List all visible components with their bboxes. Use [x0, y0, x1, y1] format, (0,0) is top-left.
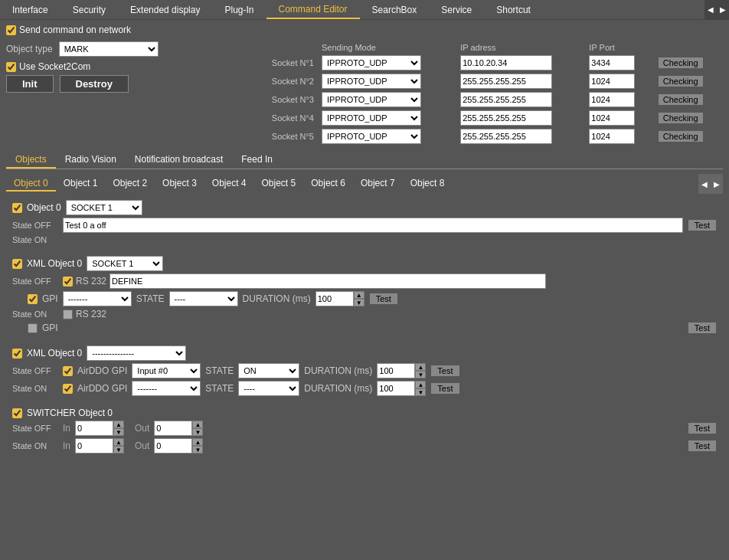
switcher-off-in-spin-up[interactable]: ▲	[113, 421, 124, 428]
switcher-off-out-spin-up[interactable]: ▲	[192, 421, 203, 428]
xml-obj0-2-airddo-on-cb[interactable]	[63, 384, 73, 394]
socket-ip-2[interactable]	[460, 92, 552, 107]
xml-obj0-2-on-spin-up[interactable]: ▲	[415, 381, 426, 388]
xml-obj0-1-socket-select[interactable]: SOCKET 1	[87, 256, 163, 271]
socket-ip-1[interactable]	[460, 74, 552, 89]
switcher-on-out-spin-down[interactable]: ▼	[192, 446, 203, 454]
switcher-checkbox[interactable]	[12, 408, 22, 418]
nav-arrow-left[interactable]: ◀	[704, 0, 717, 20]
obj-tab-arrow-left[interactable]: ◀	[698, 174, 711, 194]
socket-port-2[interactable]	[589, 92, 635, 107]
obj-tab-7[interactable]: Object 7	[353, 176, 403, 192]
switcher-on-in-spin-up[interactable]: ▲	[113, 438, 124, 446]
socket-port-4[interactable]	[589, 129, 635, 144]
xml-obj0-2-off-spin-down[interactable]: ▼	[415, 371, 426, 378]
xml-obj0-1-duration-input[interactable]	[315, 291, 354, 306]
xml-obj0-1-checkbox[interactable]	[12, 259, 22, 269]
switcher-on-in-input[interactable]	[75, 438, 113, 454]
nav-searchbox[interactable]: SearchBox	[360, 2, 430, 18]
socket-port-0[interactable]	[589, 55, 635, 70]
socket-ip-4[interactable]	[460, 129, 552, 144]
nav-command-editor[interactable]: Command Editor	[266, 1, 360, 19]
sub-tab-objects[interactable]: Objects	[6, 152, 56, 169]
socket-mode-select-2[interactable]: IPPROTO_UDP	[322, 92, 421, 107]
socket-mode-select-1[interactable]: IPPROTO_UDP	[322, 74, 421, 89]
xml-obj0-1-state-on-rs232-cb[interactable]	[63, 309, 73, 319]
obj-tab-arrow-right[interactable]: ▶	[711, 174, 723, 194]
sub-tab-notification[interactable]: Notification broadcast	[126, 152, 232, 169]
switcher-off-in-input[interactable]	[75, 421, 113, 436]
xml-obj0-2-airddo-on-select2[interactable]: ----	[238, 381, 299, 396]
socket-mode-select-0[interactable]: IPPROTO_UDP	[322, 55, 421, 70]
switcher-on-out-input[interactable]	[154, 438, 192, 454]
send-network-checkbox[interactable]	[6, 25, 16, 35]
socket-mode-select-4[interactable]: IPPROTO_UDP	[322, 129, 421, 144]
xml-obj0-1-gpi-select2[interactable]: ----	[169, 291, 238, 306]
xml-obj0-2-on-duration-input[interactable]	[377, 381, 415, 396]
obj-tab-2[interactable]: Object 2	[105, 176, 155, 192]
socket-port-3[interactable]	[589, 110, 635, 126]
socket2com-label[interactable]: Use Socket2Com	[6, 61, 90, 72]
object-type-select[interactable]: MARK	[59, 41, 159, 57]
object0-checkbox[interactable]	[12, 203, 22, 213]
socket-checking-btn-1[interactable]: Checking	[658, 75, 704, 87]
obj-tab-8[interactable]: Object 8	[403, 176, 453, 192]
socket-ip-3[interactable]	[460, 110, 552, 126]
xml-obj0-1-state-on-gpi-cb[interactable]	[28, 323, 38, 333]
xml-obj0-2-off-duration-input[interactable]	[377, 363, 415, 378]
socket-port-1[interactable]	[589, 74, 635, 89]
switcher-off-out-spin-down[interactable]: ▼	[192, 428, 203, 436]
xml-obj0-1-spin-up[interactable]: ▲	[354, 291, 364, 299]
switcher-on-test[interactable]: Test	[688, 440, 717, 452]
socket-checking-btn-4[interactable]: Checking	[658, 130, 704, 142]
xml-obj0-2-socket-select[interactable]: ---------------	[87, 345, 186, 361]
switcher-off-test[interactable]: Test	[688, 422, 717, 434]
socket2com-checkbox[interactable]	[6, 62, 16, 72]
nav-service[interactable]: Service	[429, 2, 484, 18]
xml-obj0-2-checkbox[interactable]	[12, 349, 22, 359]
xml-obj0-1-gpi-checkbox[interactable]	[28, 294, 38, 304]
xml-obj0-2-off-spin-up[interactable]: ▲	[415, 363, 426, 371]
xml-obj0-2-off-test[interactable]: Test	[430, 365, 459, 377]
object0-test-button[interactable]: Test	[688, 219, 717, 231]
nav-arrow-right[interactable]: ▶	[717, 0, 729, 20]
socket-ip-0[interactable]	[460, 55, 552, 70]
socket-checking-btn-3[interactable]: Checking	[658, 112, 704, 124]
xml-obj0-2-on-spin-down[interactable]: ▼	[415, 388, 426, 396]
destroy-button[interactable]: Destroy	[60, 75, 129, 93]
nav-security[interactable]: Security	[60, 2, 118, 18]
object0-socket-select[interactable]: SOCKET 1	[66, 200, 142, 215]
obj-tab-4[interactable]: Object 4	[204, 176, 254, 192]
object0-state-off-input[interactable]	[63, 218, 683, 233]
nav-interface[interactable]: Interface	[0, 2, 60, 18]
nav-shortcut[interactable]: Shortcut	[484, 2, 543, 18]
xml-obj0-1-rs232-checkbox[interactable]	[63, 277, 73, 287]
xml-obj0-2-airddo-on-select1[interactable]: -------	[132, 381, 201, 396]
init-button[interactable]: Init	[6, 75, 54, 93]
switcher-off-in-spin-down[interactable]: ▼	[113, 428, 124, 436]
switcher-off-out-input[interactable]	[154, 421, 192, 436]
xml-obj0-1-test-button[interactable]: Test	[369, 293, 398, 305]
xml-obj0-2-airddo-off-cb[interactable]	[63, 366, 73, 376]
socket-checking-btn-2[interactable]: Checking	[658, 93, 704, 106]
sub-tab-radio-vision[interactable]: Radio Vision	[56, 152, 126, 169]
xml-obj0-2-airddo-off-select2[interactable]: ON	[238, 363, 299, 378]
obj-tab-6[interactable]: Object 6	[303, 176, 353, 192]
nav-plugin[interactable]: Plug-In	[212, 2, 266, 18]
obj-tab-3[interactable]: Object 3	[155, 176, 204, 192]
xml-obj0-1-rs232-input[interactable]	[110, 273, 546, 289]
sub-tab-feed-in[interactable]: Feed In	[232, 152, 282, 169]
nav-extended-display[interactable]: Extended display	[118, 2, 212, 18]
xml-obj0-1-spin-down[interactable]: ▼	[354, 299, 364, 306]
xml-obj0-2-on-test[interactable]: Test	[430, 382, 459, 395]
switcher-on-out-spin-up[interactable]: ▲	[192, 438, 203, 446]
socket-mode-select-3[interactable]: IPPROTO_UDP	[322, 110, 421, 126]
send-network-checkbox-label[interactable]: Send command on network	[6, 25, 131, 35]
xml-obj0-1-gpi-select1[interactable]: -------	[63, 291, 132, 306]
obj-tab-5[interactable]: Object 5	[254, 176, 304, 192]
obj-tab-1[interactable]: Object 1	[56, 176, 106, 192]
obj-tab-0[interactable]: Object 0	[6, 176, 56, 192]
xml-obj0-2-airddo-off-select1[interactable]: Input #0	[132, 363, 201, 378]
socket-checking-btn-0[interactable]: Checking	[658, 57, 704, 69]
xml-obj0-1-state-on-test[interactable]: Test	[688, 322, 717, 334]
